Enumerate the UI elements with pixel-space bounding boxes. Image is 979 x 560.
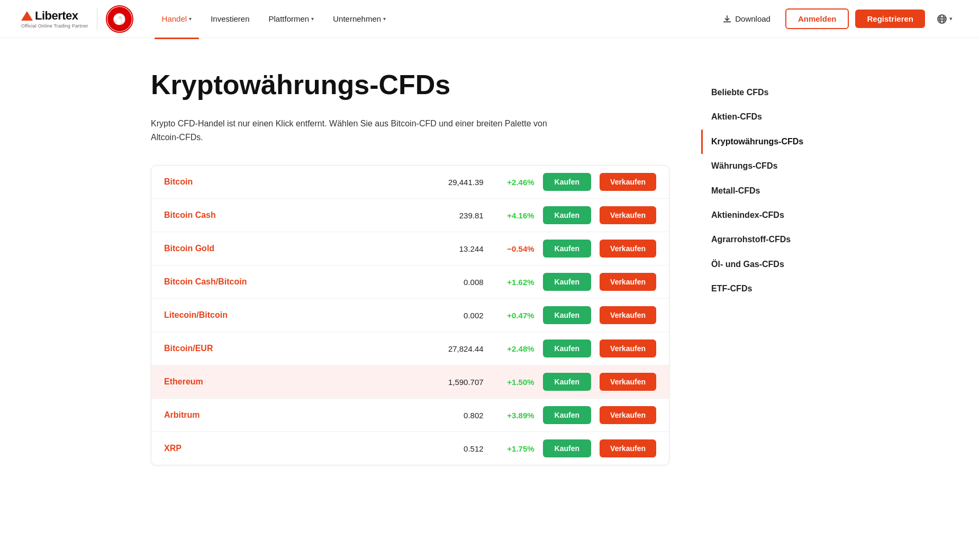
sidebar-item[interactable]: Währungs-CFDs — [701, 154, 828, 178]
asset-price: 239.81 — [420, 211, 484, 220]
libertex-logo: Libertex Official Online Trading Partner — [21, 9, 88, 29]
main-content: Kryptowährungs-CFDs Krypto CFD-Handel is… — [119, 38, 860, 508]
verkaufen-button[interactable]: Verkaufen — [600, 339, 656, 357]
nav-item-unternehmen[interactable]: Unternehmen ▾ — [325, 10, 393, 27]
logo-area: Libertex Official Online Trading Partner — [21, 5, 133, 33]
partner-badge — [106, 5, 133, 33]
asset-price: 0.008 — [420, 278, 484, 287]
kaufen-button[interactable]: Kaufen — [543, 240, 591, 258]
table-row: Bitcoin/EUR 27,824.44 +2.48% Kaufen Verk… — [151, 332, 669, 365]
asset-change: +3.89% — [492, 411, 534, 420]
globe-icon — [937, 14, 947, 24]
sidebar-item[interactable]: Beliebte CFDs — [701, 80, 828, 105]
table-row: Bitcoin 29,441.39 +2.46% Kaufen Verkaufe… — [151, 166, 669, 199]
chevron-down-icon: ▾ — [383, 16, 386, 22]
nav-item-plattformen[interactable]: Plattformen ▾ — [261, 10, 322, 27]
language-selector[interactable]: ▾ — [931, 10, 958, 29]
header: Libertex Official Online Trading Partner… — [0, 0, 979, 38]
sidebar-item[interactable]: Metall-CFDs — [701, 179, 828, 203]
nav-item-handel[interactable]: Handel ▾ — [155, 10, 200, 27]
asset-price: 0.512 — [420, 444, 484, 453]
asset-name: Litecoin/Bitcoin — [164, 310, 412, 320]
kaufen-button[interactable]: Kaufen — [543, 373, 591, 391]
libertex-brand: Libertex — [21, 9, 78, 23]
table-row: Arbitrum 0.802 +3.89% Kaufen Verkaufen — [151, 399, 669, 432]
verkaufen-button[interactable]: Verkaufen — [600, 373, 656, 391]
asset-name: Bitcoin Cash — [164, 210, 412, 220]
main-nav: Handel ▾ Investieren Plattformen ▾ Unter… — [155, 10, 714, 27]
asset-name: Arbitrum — [164, 410, 412, 420]
page-title: Kryptowährungs-CFDs — [151, 70, 669, 100]
asset-change: +1.50% — [492, 378, 534, 387]
sidebar-item[interactable]: Kryptowährungs-CFDs — [701, 130, 828, 154]
table-row: Ethereum 1,590.707 +1.50% Kaufen Verkauf… — [151, 365, 669, 399]
content-area: Kryptowährungs-CFDs Krypto CFD-Handel is… — [151, 70, 669, 465]
sidebar-item[interactable]: Aktienindex-CFDs — [701, 203, 828, 227]
table-row: Bitcoin Cash 239.81 +4.16% Kaufen Verkau… — [151, 199, 669, 232]
download-button[interactable]: Download — [714, 10, 779, 28]
asset-price: 1,590.707 — [420, 378, 484, 387]
verkaufen-button[interactable]: Verkaufen — [600, 240, 656, 258]
asset-price: 13.244 — [420, 244, 484, 253]
verkaufen-button[interactable]: Verkaufen — [600, 206, 656, 224]
sidebar-item[interactable]: Aktien-CFDs — [701, 105, 828, 129]
sidebar-item[interactable]: ETF-CFDs — [701, 277, 828, 301]
kaufen-button[interactable]: Kaufen — [543, 406, 591, 424]
download-icon — [722, 14, 732, 24]
asset-name: Bitcoin/EUR — [164, 344, 412, 353]
asset-price: 0.802 — [420, 411, 484, 420]
kaufen-button[interactable]: Kaufen — [543, 439, 591, 457]
asset-name: Bitcoin Gold — [164, 244, 412, 253]
kaufen-button[interactable]: Kaufen — [543, 206, 591, 224]
asset-change: +2.48% — [492, 344, 534, 353]
verkaufen-button[interactable]: Verkaufen — [600, 173, 656, 191]
kaufen-button[interactable]: Kaufen — [543, 306, 591, 324]
asset-change: +1.75% — [492, 444, 534, 453]
crypto-table: Bitcoin 29,441.39 +2.46% Kaufen Verkaufe… — [151, 165, 669, 465]
asset-change: +4.16% — [492, 211, 534, 220]
anmelden-button[interactable]: Anmelden — [785, 8, 849, 29]
libertex-icon — [21, 11, 33, 21]
libertex-text: Libertex — [35, 9, 78, 23]
verkaufen-button[interactable]: Verkaufen — [600, 273, 656, 291]
kaufen-button[interactable]: Kaufen — [543, 273, 591, 291]
header-right: Download Anmelden Registrieren ▾ — [714, 8, 958, 29]
asset-name: XRP — [164, 444, 412, 453]
chevron-down-icon: ▾ — [949, 15, 953, 22]
partner-badge-inner — [107, 7, 132, 31]
asset-name: Bitcoin — [164, 177, 412, 187]
verkaufen-button[interactable]: Verkaufen — [600, 439, 656, 457]
asset-name: Ethereum — [164, 377, 412, 387]
kaufen-button[interactable]: Kaufen — [543, 339, 591, 357]
chevron-down-icon: ▾ — [311, 16, 314, 22]
kaufen-button[interactable]: Kaufen — [543, 173, 591, 191]
asset-change: −0.54% — [492, 244, 534, 253]
registrieren-button[interactable]: Registrieren — [855, 10, 925, 28]
asset-price: 27,824.44 — [420, 344, 484, 353]
asset-change: +2.46% — [492, 178, 534, 187]
table-row: Bitcoin Cash/Bitcoin 0.008 +1.62% Kaufen… — [151, 265, 669, 299]
logo-divider — [97, 7, 97, 31]
sidebar: Beliebte CFDsAktien-CFDsKryptowährungs-C… — [701, 70, 828, 301]
nav-item-investieren[interactable]: Investieren — [203, 10, 257, 27]
asset-change: +1.62% — [492, 278, 534, 287]
sidebar-item[interactable]: Öl- und Gas-CFDs — [701, 252, 828, 277]
page-description: Krypto CFD-Handel ist nur einen Klick en… — [151, 117, 564, 144]
chevron-down-icon: ▾ — [189, 16, 192, 22]
asset-change: +0.47% — [492, 311, 534, 320]
table-row: Litecoin/Bitcoin 0.002 +0.47% Kaufen Ver… — [151, 299, 669, 332]
asset-price: 29,441.39 — [420, 178, 484, 187]
table-row: Bitcoin Gold 13.244 −0.54% Kaufen Verkau… — [151, 232, 669, 265]
sidebar-item[interactable]: Agrarrohstoff-CFDs — [701, 227, 828, 252]
verkaufen-button[interactable]: Verkaufen — [600, 306, 656, 324]
verkaufen-button[interactable]: Verkaufen — [600, 406, 656, 424]
table-row: XRP 0.512 +1.75% Kaufen Verkaufen — [151, 432, 669, 465]
asset-name: Bitcoin Cash/Bitcoin — [164, 277, 412, 287]
libertex-sub: Official Online Trading Partner — [21, 23, 88, 29]
asset-price: 0.002 — [420, 311, 484, 320]
